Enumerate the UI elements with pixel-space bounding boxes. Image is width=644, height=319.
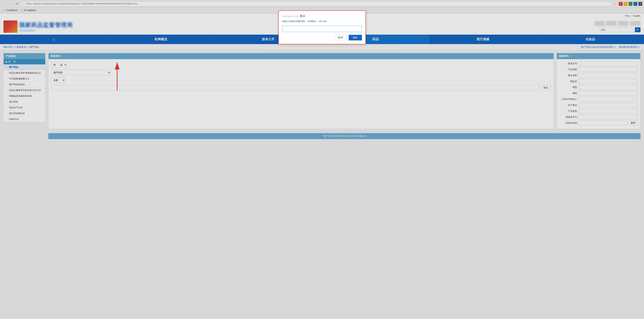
dialog-overlay: datasearchcnda 显示 请输入采集的页数范围，示例格式：100-20… [0,0,644,142]
dialog-box: datasearchcnda 显示 请输入采集的页数范围，示例格式：100-20… [278,11,366,44]
dialog-confirm-button[interactable]: 确定 [349,35,362,41]
dialog-title: 显示 [300,14,305,18]
dialog-cancel-button[interactable]: 取消 [334,35,346,41]
dialog-title-row: datasearchcnda 显示 [282,14,362,18]
dialog-description: 请输入采集的页数范围，示例格式：100-200 [282,20,362,23]
dialog-domain: datasearchcnda [282,15,298,18]
dialog-buttons: 取消 确定 [282,35,362,41]
dialog-page-range-input[interactable] [282,26,362,32]
